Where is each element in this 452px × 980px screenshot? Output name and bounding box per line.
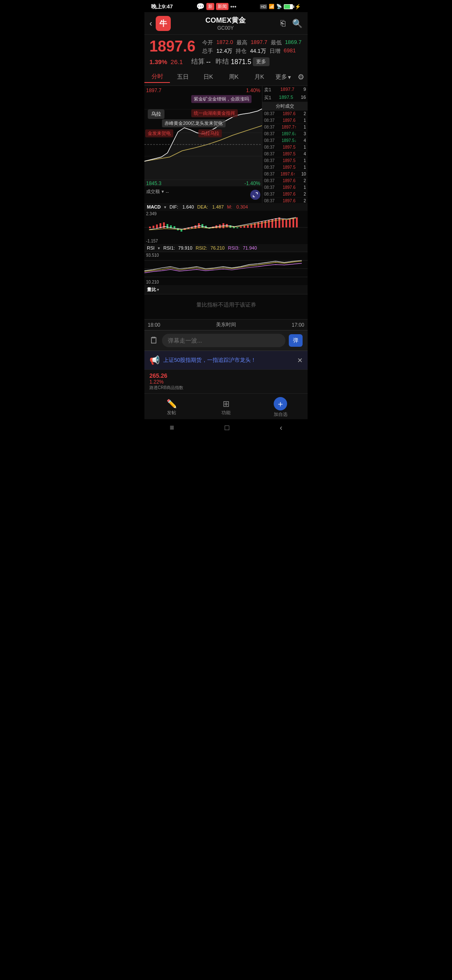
svg-rect-44 <box>278 217 280 228</box>
ob-trades: 08:371897.6208:371897.6108:371897.7↑108:… <box>262 111 308 203</box>
chart-vol-label: 成交额 ▾ -- <box>146 188 169 195</box>
abs-change: 26.1 <box>171 58 183 65</box>
more-dots-icon: ••• <box>230 3 236 10</box>
trade-time: 08:37 <box>264 172 275 176</box>
comment-icon[interactable]: 🗒 <box>149 335 159 346</box>
svg-rect-39 <box>261 222 263 228</box>
tab-more[interactable]: 更多 ▾ <box>272 73 294 81</box>
rsi3-val: 71.940 <box>243 245 257 250</box>
comment-input[interactable] <box>162 334 285 347</box>
settings-icon[interactable]: ⚙ <box>294 72 308 82</box>
buy1-row: 买1 1897.5 16 <box>262 94 308 102</box>
post-tab[interactable]: ✏️ 发帖 <box>144 399 199 416</box>
macd-dif-label: DIF: <box>170 204 178 209</box>
nav-back-button[interactable]: ‹ <box>280 423 282 432</box>
bubble-jinfahe: 金发来贺电 <box>145 129 173 137</box>
svg-rect-12 <box>167 224 168 228</box>
settle-label: 结算 <box>191 57 205 66</box>
share-icon[interactable]: ⎗ <box>280 18 285 28</box>
trade-time: 08:37 <box>264 152 275 156</box>
chevron-down-icon: ▾ <box>288 74 291 80</box>
banner-text[interactable]: 上证50股指期货，一指追踪沪市龙头！ <box>163 356 294 364</box>
banner-close-icon[interactable]: ✕ <box>297 356 303 364</box>
tab-周K[interactable]: 周K <box>221 72 247 83</box>
macd-m-val: 0.304 <box>236 204 248 209</box>
notification-icon: 新 <box>206 3 214 10</box>
trade-qty: 1 <box>303 125 306 129</box>
inc-value: 6981 <box>284 47 296 55</box>
tab-月K[interactable]: 月K <box>247 72 272 83</box>
wechat-icon: 💬 <box>196 3 205 10</box>
trade-row: 08:371897.62 <box>262 178 308 184</box>
tab-日K[interactable]: 日K <box>195 72 221 83</box>
sell1-price: 1897.7 <box>280 87 295 93</box>
indicators: MACD ▾ DIF: 1.640 DEA: 1.487 M: 0.304 2.… <box>144 203 308 319</box>
rsi3-label: RSI3: <box>228 245 240 250</box>
search-icon[interactable]: 🔍 <box>292 18 303 28</box>
chart-pct-pos: 1.40% <box>246 88 260 93</box>
svg-rect-49 <box>296 217 298 227</box>
svg-rect-32 <box>236 227 238 228</box>
trade-time: 08:37 <box>264 145 275 150</box>
trade-time: 08:37 <box>264 178 275 183</box>
svg-rect-48 <box>293 218 294 227</box>
macd-dea-val: 1.487 <box>212 204 224 209</box>
trade-qty: 2 <box>303 111 306 116</box>
settle-value: -- <box>206 58 211 66</box>
trade-qty: 10 <box>301 172 306 176</box>
volratio-chart: 量比指标不适用于该证券 <box>144 294 308 319</box>
low-label: 最低 <box>271 39 282 46</box>
trade-qty: 2 <box>303 178 306 183</box>
trade-qty: 2 <box>303 192 306 196</box>
trade-price: 1897.6 <box>282 185 295 190</box>
volratio-message: 量比指标不适用于该证券 <box>144 294 308 315</box>
tab-分时[interactable]: 分时 <box>144 71 170 83</box>
svg-rect-43 <box>275 218 277 228</box>
trade-row: 08:371897.62 <box>262 198 308 203</box>
macd-header: MACD ▾ DIF: 1.640 DEA: 1.487 M: 0.304 <box>144 203 308 211</box>
rsi2-val: 76.210 <box>211 245 225 250</box>
bubble-ula2: 乌拉乌拉 <box>198 129 222 137</box>
trade-time: 08:37 <box>264 165 275 170</box>
stock-code: GC00Y <box>171 25 280 31</box>
open-value: 1872.0 <box>216 39 233 46</box>
trade-time: 08:37 <box>264 158 275 163</box>
send-button[interactable]: 弹 <box>289 334 303 347</box>
buy1-label: 买1 <box>264 95 271 101</box>
svg-rect-22 <box>202 224 203 228</box>
bubble-chifeng: 赤峰黄金200亿龙头发来贺电 <box>162 119 225 127</box>
trade-price: 1897.5↓ <box>282 138 297 143</box>
rsi1-val: 79.910 <box>178 245 193 250</box>
banner: 📢 上证50股指期货，一指追踪沪市龙头！ ✕ <box>144 351 308 369</box>
more-button[interactable]: 更多 <box>253 57 270 66</box>
watchlist-tab[interactable]: ＋ 加自选 <box>253 397 308 418</box>
trade-qty: 3 <box>303 132 306 136</box>
more-label: 更多 <box>275 73 287 81</box>
trade-price: 1897.5 <box>282 152 295 156</box>
macd-dea-label: DEA: <box>197 204 208 209</box>
tab-五日[interactable]: 五日 <box>170 72 195 83</box>
current-price: 1897.6 <box>149 39 195 54</box>
price-chart[interactable]: 1897.7 1.40% 乌拉 统一由湖南黄金指挥 赤峰黄金200亿龙头发来贺电… <box>144 86 262 203</box>
expand-chart-button[interactable] <box>250 190 260 200</box>
trade-price: 1897.6 <box>282 178 295 183</box>
macd-name: MACD <box>147 204 161 209</box>
svg-rect-11 <box>163 222 165 228</box>
volratio-name: 量比 <box>147 286 156 293</box>
add-watchlist-button[interactable]: ＋ <box>274 397 287 410</box>
prev-value: 1871.5 <box>231 58 251 66</box>
nav-home-button[interactable]: □ <box>225 423 229 432</box>
vol-value: 12.4万 <box>216 47 232 55</box>
trade-row: 08:371897.61 <box>262 184 308 191</box>
trade-row: 08:371897.6↓3 <box>262 131 308 137</box>
trade-price: 1897.6 <box>282 199 295 203</box>
macd-dif-val: 1.640 <box>182 204 194 209</box>
trade-row: 08:371897.54 <box>262 151 308 157</box>
trade-price: 1897.6 <box>282 118 295 123</box>
function-tab[interactable]: ⊞ 功能 <box>199 399 253 416</box>
status-icons: HD 📶 📡 ⚡ <box>260 4 301 10</box>
bubble-zijin: 紫金矿业金锂铜，会跟涨吗 <box>191 95 252 103</box>
buy1-price: 1897.5 <box>279 95 293 101</box>
nav-menu-button[interactable]: ≡ <box>170 423 174 432</box>
back-button[interactable]: ‹ <box>149 18 152 28</box>
